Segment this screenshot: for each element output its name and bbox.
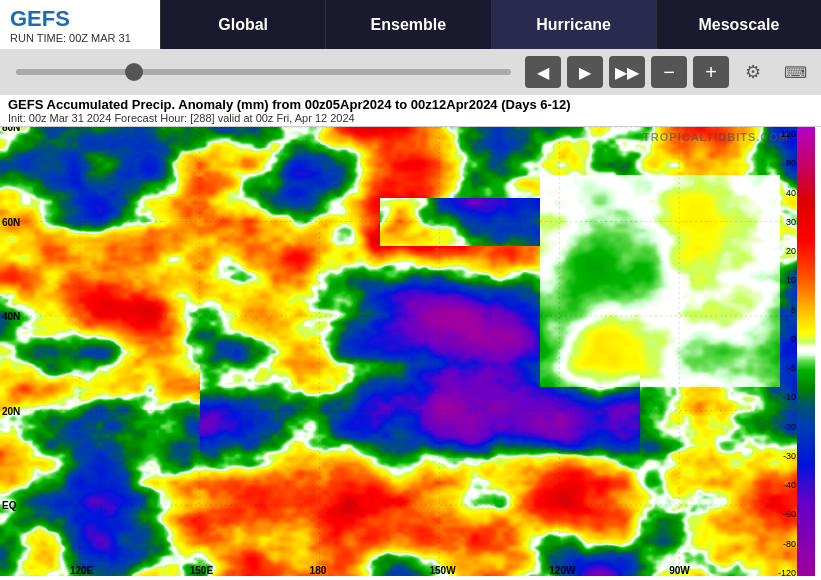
tab-hurricane[interactable]: Hurricane bbox=[491, 0, 656, 49]
scale-label: 20 bbox=[786, 246, 796, 256]
scale-label: 120 bbox=[781, 129, 796, 139]
timeline-slider[interactable] bbox=[16, 69, 511, 75]
colorbar-canvas bbox=[797, 127, 815, 576]
map-container[interactable]: TROPICALTIDBITS.COM 120804030201050-5-10… bbox=[0, 127, 821, 580]
scale-label: -120 bbox=[778, 568, 796, 578]
scale-label: -30 bbox=[783, 451, 796, 461]
nav-tabs: Global Ensemble Hurricane Mesoscale bbox=[160, 0, 821, 49]
scale-label: 0 bbox=[791, 334, 796, 344]
scale-label: 80 bbox=[786, 158, 796, 168]
scale-label: -60 bbox=[783, 509, 796, 519]
settings-button[interactable]: ⚙ bbox=[735, 56, 771, 88]
slider-container[interactable] bbox=[8, 69, 519, 75]
header: GEFS RUN TIME: 00Z MAR 31 Global Ensembl… bbox=[0, 0, 821, 49]
scale-label: -5 bbox=[788, 363, 796, 373]
tab-global[interactable]: Global bbox=[160, 0, 325, 49]
back-button[interactable]: ◀ bbox=[525, 56, 561, 88]
scale-labels: 120804030201050-5-10-20-30-40-60-80-120 bbox=[778, 127, 796, 580]
scale-label: -80 bbox=[783, 539, 796, 549]
forward-button[interactable]: ▶▶ bbox=[609, 56, 645, 88]
slider-thumb[interactable] bbox=[125, 63, 143, 81]
scale-label: -10 bbox=[783, 392, 796, 402]
color-scale: 120804030201050-5-10-20-30-40-60-80-120 bbox=[790, 127, 818, 580]
map-canvas bbox=[0, 127, 821, 576]
scale-label: -40 bbox=[783, 480, 796, 490]
logo-title: GEFS bbox=[10, 6, 150, 32]
scale-label: 40 bbox=[786, 188, 796, 198]
main-content: GEFS Accumulated Precip. Anomaly (mm) fr… bbox=[0, 95, 821, 580]
chart-title: GEFS Accumulated Precip. Anomaly (mm) fr… bbox=[8, 97, 813, 112]
play-button[interactable]: ▶ bbox=[567, 56, 603, 88]
tab-mesoscale[interactable]: Mesoscale bbox=[656, 0, 821, 49]
scale-label: 30 bbox=[786, 217, 796, 227]
chart-subtitle: Init: 00z Mar 31 2024 Forecast Hour: [28… bbox=[8, 112, 813, 124]
logo-area: GEFS RUN TIME: 00Z MAR 31 bbox=[0, 0, 160, 49]
keyboard-button[interactable]: ⌨ bbox=[777, 56, 813, 88]
scale-label: -20 bbox=[783, 422, 796, 432]
scale-label: 5 bbox=[791, 305, 796, 315]
scale-label: 10 bbox=[786, 275, 796, 285]
minus-button[interactable]: − bbox=[651, 56, 687, 88]
tab-ensemble[interactable]: Ensemble bbox=[325, 0, 490, 49]
controls-bar: ◀ ▶ ▶▶ − + ⚙ ⌨ bbox=[0, 49, 821, 95]
plus-button[interactable]: + bbox=[693, 56, 729, 88]
logo-subtitle: RUN TIME: 00Z MAR 31 bbox=[10, 32, 150, 44]
info-bar: GEFS Accumulated Precip. Anomaly (mm) fr… bbox=[0, 95, 821, 127]
watermark: TROPICALTIDBITS.COM bbox=[643, 131, 789, 143]
